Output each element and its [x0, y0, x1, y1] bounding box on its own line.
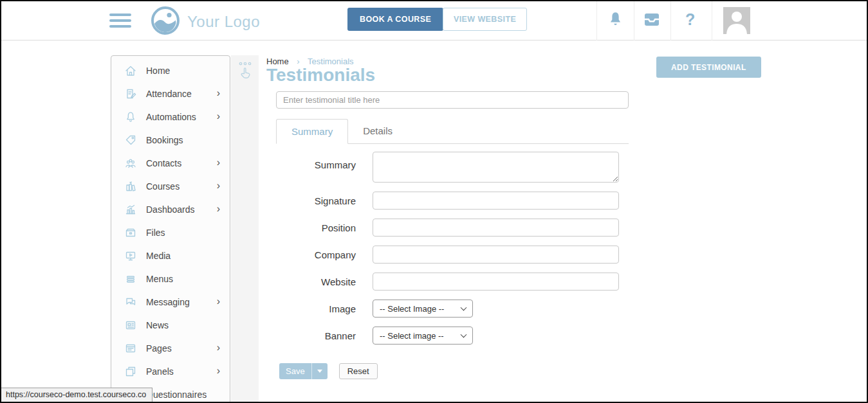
sidebar-item-menus[interactable]: Menus [111, 267, 230, 291]
company-field[interactable] [373, 246, 619, 264]
sidebar-item-news[interactable]: News [111, 314, 230, 337]
form-actions: Save Reset [279, 363, 378, 379]
sidebar-item-courses[interactable]: Courses› [111, 175, 230, 198]
sidebar-item-dashboards[interactable]: Dashboards› [111, 198, 230, 221]
save-dropdown-toggle[interactable] [311, 363, 328, 379]
inbox-icon[interactable] [642, 12, 661, 30]
sidebar-item-files[interactable]: Files [111, 221, 230, 244]
sidebar-item-panels[interactable]: Panels› [111, 360, 230, 383]
bookings-icon [124, 134, 137, 147]
reset-button[interactable]: Reset [339, 363, 378, 379]
form-row-summary: Summary [276, 152, 629, 183]
automations-icon [124, 111, 137, 123]
field-label-banner: Banner [276, 330, 356, 341]
sidebar-item-messaging[interactable]: Messaging› [111, 291, 230, 314]
sidebar-menu: HomeAttendance›Automations›BookingsConta… [111, 55, 230, 403]
chevron-right-icon: › [217, 366, 220, 377]
header-divider [596, 1, 597, 40]
courses-icon [124, 180, 137, 193]
field-label-image: Image [276, 303, 356, 314]
form-row-website: Website [276, 273, 629, 291]
image-select[interactable]: -- Select Image -- [373, 300, 473, 318]
menus-icon [124, 273, 137, 285]
book-a-course-button[interactable]: BOOK A COURSE [347, 8, 443, 31]
page-title: Testimonials [266, 65, 375, 85]
sidebar-item-label: Panels [146, 366, 174, 377]
form-row-signature: Signature [276, 192, 629, 210]
files-icon [124, 226, 137, 239]
field-label-company: Company [276, 249, 356, 260]
field-label-website: Website [276, 276, 356, 287]
sidebar-item-label: Media [146, 251, 171, 261]
sidebar-item-label: Contacts [146, 158, 181, 168]
header: Your Logo BOOK A COURSE VIEW WEBSITE ? [1, 1, 867, 40]
website-field[interactable] [373, 273, 619, 291]
sidebar-item-label: Pages [146, 343, 172, 354]
sidebar-item-automations[interactable]: Automations› [111, 105, 230, 129]
news-icon [124, 319, 137, 332]
save-button[interactable]: Save [279, 363, 328, 379]
chevron-right-icon: › [217, 111, 220, 123]
sidebar-item-label: Automations [146, 112, 196, 122]
sidebar-item-label: Courses [146, 181, 180, 192]
sidebar-item-label: Messaging [146, 297, 190, 307]
form-row-image: Image-- Select Image -- [276, 300, 629, 318]
signature-field[interactable] [373, 192, 619, 210]
caret-down-icon [317, 370, 322, 373]
add-testimonial-button[interactable]: ADD TESTIMONIAL [656, 57, 761, 78]
form-row-company: Company [276, 246, 629, 264]
position-field[interactable] [373, 219, 619, 237]
sidebar-item-contacts[interactable]: Contacts› [111, 152, 230, 175]
tab-details[interactable]: Details [348, 119, 407, 143]
attendance-icon [124, 87, 137, 100]
tab-summary[interactable]: Summary [276, 119, 348, 144]
sidebar-item-label: News [146, 320, 169, 330]
app-root: { "colors": { "accent_blue": "#a4c7da", … [0, 0, 868, 403]
sidebar-item-home[interactable]: Home [111, 59, 230, 82]
sidebar-item-attendance[interactable]: Attendance› [111, 82, 230, 105]
sidebar-item-bookings[interactable]: Bookings [111, 129, 230, 152]
home-icon [124, 64, 137, 77]
chevron-right-icon: › [217, 181, 220, 192]
banner-select[interactable]: -- Select image -- [373, 327, 473, 345]
chevron-right-icon: › [217, 88, 220, 100]
help-icon[interactable]: ? [685, 10, 695, 29]
avatar[interactable] [723, 7, 750, 34]
chevron-right-icon: › [217, 204, 220, 215]
chevron-right-icon: › [217, 157, 220, 169]
field-label-position: Position [276, 222, 356, 233]
sidebar-item-media[interactable]: Media [111, 244, 230, 267]
form-row-position: Position [276, 219, 629, 237]
header-divider [634, 1, 634, 40]
view-website-button[interactable]: VIEW WEBSITE [443, 8, 527, 31]
testimonial-form: SummarySignaturePositionCompanyWebsiteIm… [276, 152, 629, 354]
header-divider [670, 1, 671, 40]
media-icon [124, 249, 137, 262]
pages-icon [124, 342, 137, 355]
sidebar-item-pages[interactable]: Pages› [111, 337, 230, 360]
notifications-bell-icon[interactable] [607, 11, 624, 32]
contacts-icon [124, 157, 137, 170]
tabbar: Summary Details [276, 119, 629, 144]
testimonial-title-input[interactable] [276, 91, 629, 109]
panels-icon [124, 365, 137, 378]
messaging-icon [124, 296, 137, 309]
dashboards-icon [124, 203, 137, 216]
chevron-right-icon: › [217, 296, 220, 308]
form-row-banner: Banner-- Select image -- [276, 327, 629, 345]
field-label-summary: Summary [276, 152, 356, 170]
header-divider [712, 1, 712, 40]
save-button-label: Save [279, 363, 311, 379]
sidebar-item-label: Attendance [146, 89, 192, 99]
sidebar-item-label: Questionnaires [146, 390, 207, 400]
summary-field[interactable] [373, 152, 619, 183]
logo[interactable]: Your Logo [150, 5, 260, 39]
sidebar-item-label: Menus [146, 274, 173, 284]
status-bar-url: https://courseco-demo.test.courseco.co [1, 388, 152, 402]
sidebar-item-label: Home [146, 66, 170, 76]
hamburger-menu-icon[interactable] [109, 13, 131, 31]
person-icon [723, 7, 750, 34]
sidebar-item-label: Bookings [146, 135, 183, 145]
quick-access-hand-icon[interactable] [237, 61, 253, 83]
field-label-signature: Signature [276, 195, 356, 206]
